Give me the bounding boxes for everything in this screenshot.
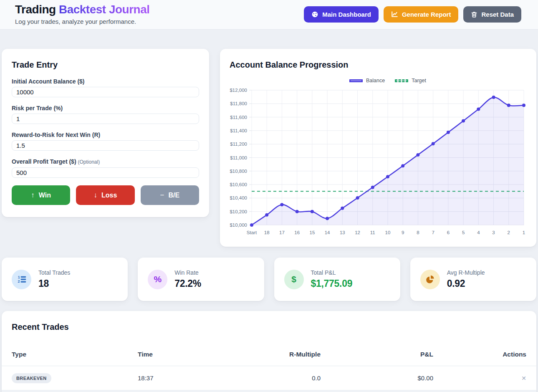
avg-r-multiple-value: 0.92 xyxy=(447,278,485,289)
svg-text:16: 16 xyxy=(294,230,300,235)
initial-balance-input[interactable] xyxy=(12,87,199,97)
minus-icon: − xyxy=(160,191,164,200)
svg-text:15: 15 xyxy=(309,230,315,235)
svg-text:4: 4 xyxy=(477,230,480,235)
svg-text:$10,800: $10,800 xyxy=(230,169,247,174)
column-header-pnl: P&L xyxy=(321,351,433,358)
page-title-accent: Backtest Journal xyxy=(59,3,150,16)
up-arrow-icon: ↑ xyxy=(31,191,35,200)
svg-text:10: 10 xyxy=(385,230,391,235)
legend-balance-label: Balance xyxy=(366,78,385,83)
stat-card-win-rate: % Win Rate 72.2% xyxy=(138,258,264,301)
svg-text:1: 1 xyxy=(18,275,20,279)
total-pnl-value: $1,775.09 xyxy=(311,278,353,289)
win-label: Win xyxy=(39,192,51,199)
svg-text:14: 14 xyxy=(325,230,330,235)
trade-entry-card: Trade Entry Initial Account Balance ($) … xyxy=(2,49,209,217)
table-header-row: Type Time R-Multiple P&L Actions xyxy=(2,343,536,366)
profit-target-optional-note: (Optional) xyxy=(78,159,100,165)
svg-text:7: 7 xyxy=(432,230,434,235)
svg-text:1: 1 xyxy=(523,230,525,235)
trade-type-badge: BREAKEVEN xyxy=(12,373,51,383)
stat-card-total-trades: 12 Total Trades 18 xyxy=(2,258,128,301)
breakeven-label: B/E xyxy=(168,192,179,199)
recent-trades-card: Recent Trades Type Time R-Multiple P&L A… xyxy=(2,311,536,392)
svg-text:Start: Start xyxy=(247,230,257,235)
profit-target-label: Overall Profit Target ($) (Optional) xyxy=(12,158,199,165)
svg-text:$10,400: $10,400 xyxy=(230,195,247,200)
svg-text:$10,200: $10,200 xyxy=(230,209,247,214)
stat-card-avg-r-multiple: Avg R-Multiple 0.92 xyxy=(410,258,536,301)
svg-text:$11,400: $11,400 xyxy=(230,128,247,133)
trade-pnl: $0.00 xyxy=(321,374,433,382)
legend-target-label: Target xyxy=(412,78,426,83)
win-rate-label: Win Rate xyxy=(174,269,201,276)
reset-data-label: Reset Data xyxy=(481,11,514,18)
reward-risk-label: Reward-to-Risk for Next Win (R) xyxy=(12,132,199,138)
delete-trade-button[interactable]: ✕ xyxy=(521,375,526,382)
trash-icon xyxy=(471,11,477,18)
risk-per-trade-input[interactable] xyxy=(12,114,199,124)
svg-text:13: 13 xyxy=(340,230,345,235)
page-title: Trading Backtest Journal xyxy=(15,3,150,16)
risk-per-trade-label: Risk per Trade (%) xyxy=(12,105,199,111)
svg-text:$11,800: $11,800 xyxy=(230,101,247,106)
down-arrow-icon: ↓ xyxy=(94,191,98,200)
total-trades-label: Total Trades xyxy=(38,269,70,276)
svg-text:18: 18 xyxy=(264,230,270,235)
svg-text:$12,000: $12,000 xyxy=(230,88,247,93)
dollar-icon: $ xyxy=(284,270,304,289)
column-header-type: Type xyxy=(12,351,138,358)
svg-text:12: 12 xyxy=(355,230,360,235)
trade-entry-title: Trade Entry xyxy=(12,60,199,70)
win-button[interactable]: ↑Win xyxy=(12,185,70,205)
balance-swatch-icon xyxy=(349,79,363,82)
profit-target-input[interactable] xyxy=(12,167,199,178)
loss-button[interactable]: ↓Loss xyxy=(76,185,134,205)
field-profit-target: Overall Profit Target ($) (Optional) xyxy=(12,158,199,178)
avg-r-multiple-label: Avg R-Multiple xyxy=(447,269,485,276)
balance-progression-chart[interactable]: Start181716151413121110987654321$10,000$… xyxy=(230,87,527,238)
svg-text:11: 11 xyxy=(370,230,375,235)
trade-time: 18:37 xyxy=(138,374,229,382)
column-header-actions: Actions xyxy=(433,351,526,358)
column-header-time: Time xyxy=(138,351,229,358)
svg-text:2: 2 xyxy=(508,230,510,235)
generate-report-label: Generate Report xyxy=(402,11,451,18)
legend-item-target[interactable]: Target xyxy=(395,78,426,83)
main-dashboard-button[interactable]: Main Dashboard xyxy=(304,6,379,23)
app-header: Trading Backtest Journal Log your trades… xyxy=(0,0,538,30)
field-initial-balance: Initial Account Balance ($) xyxy=(12,78,199,97)
svg-text:8: 8 xyxy=(417,230,419,235)
legend-item-balance[interactable]: Balance xyxy=(349,78,385,83)
percent-icon: % xyxy=(148,270,167,289)
target-swatch-icon xyxy=(395,79,408,82)
top-row: Trade Entry Initial Account Balance ($) … xyxy=(2,49,536,247)
page-subtitle: Log your trades, analyze your performanc… xyxy=(15,18,150,25)
breakeven-button[interactable]: −B/E xyxy=(141,185,199,205)
svg-text:6: 6 xyxy=(447,230,450,235)
chart-title: Account Balance Progression xyxy=(230,60,527,70)
trade-r-multiple: 0.0 xyxy=(229,374,321,382)
table-row-partial xyxy=(2,390,536,392)
field-risk-per-trade: Risk per Trade (%) xyxy=(12,105,199,124)
main-content: Trade Entry Initial Account Balance ($) … xyxy=(0,30,538,392)
table-row: BREAKEVEN 18:37 0.0 $0.00 ✕ xyxy=(2,366,536,390)
chart-line-icon xyxy=(391,11,398,18)
column-header-r-multiple: R-Multiple xyxy=(229,351,321,358)
svg-text:5: 5 xyxy=(462,230,465,235)
total-pnl-label: Total P&L xyxy=(311,269,353,276)
trade-entry-buttons: ↑Win ↓Loss −B/E xyxy=(12,185,199,205)
generate-report-button[interactable]: Generate Report xyxy=(384,6,459,23)
svg-text:$11,000: $11,000 xyxy=(230,155,247,160)
reward-risk-input[interactable] xyxy=(12,140,199,151)
dashboard-icon xyxy=(311,11,318,18)
total-trades-value: 18 xyxy=(38,278,70,289)
header-title-block: Trading Backtest Journal Log your trades… xyxy=(15,3,150,25)
page-title-primary: Trading xyxy=(15,3,56,16)
header-actions: Main Dashboard Generate Report Reset Dat… xyxy=(304,6,521,23)
loss-label: Loss xyxy=(101,192,117,199)
reset-data-button[interactable]: Reset Data xyxy=(463,6,521,23)
svg-text:9: 9 xyxy=(402,230,404,235)
svg-text:$11,200: $11,200 xyxy=(230,142,247,147)
